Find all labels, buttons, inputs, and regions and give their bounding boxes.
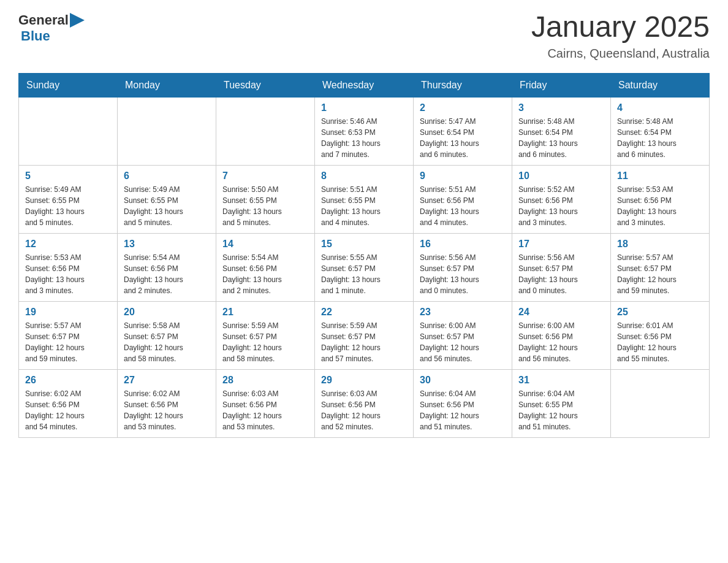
calendar-cell: 20Sunrise: 5:58 AM Sunset: 6:57 PM Dayli… xyxy=(118,302,216,370)
calendar-cell: 26Sunrise: 6:02 AM Sunset: 6:56 PM Dayli… xyxy=(19,370,118,438)
day-info: Sunrise: 5:50 AM Sunset: 6:55 PM Dayligh… xyxy=(222,184,308,228)
day-info: Sunrise: 6:01 AM Sunset: 6:56 PM Dayligh… xyxy=(617,320,703,364)
calendar-cell: 22Sunrise: 5:59 AM Sunset: 6:57 PM Dayli… xyxy=(315,302,414,370)
day-of-week-header: Tuesday xyxy=(216,74,315,98)
day-number: 13 xyxy=(124,239,210,250)
day-info: Sunrise: 5:48 AM Sunset: 6:54 PM Dayligh… xyxy=(617,116,703,160)
calendar-cell: 18Sunrise: 5:57 AM Sunset: 6:57 PM Dayli… xyxy=(611,234,710,302)
calendar-cell: 5Sunrise: 5:49 AM Sunset: 6:55 PM Daylig… xyxy=(19,166,118,234)
calendar-cell: 12Sunrise: 5:53 AM Sunset: 6:56 PM Dayli… xyxy=(19,234,118,302)
day-number: 30 xyxy=(420,375,506,386)
day-number: 24 xyxy=(518,307,604,318)
day-number: 23 xyxy=(420,307,506,318)
calendar-cell: 8Sunrise: 5:51 AM Sunset: 6:55 PM Daylig… xyxy=(315,166,414,234)
calendar-cell: 2Sunrise: 5:47 AM Sunset: 6:54 PM Daylig… xyxy=(414,98,512,166)
day-info: Sunrise: 6:03 AM Sunset: 6:56 PM Dayligh… xyxy=(222,388,308,432)
calendar-cell: 29Sunrise: 6:03 AM Sunset: 6:56 PM Dayli… xyxy=(315,370,414,438)
calendar-cell: 28Sunrise: 6:03 AM Sunset: 6:56 PM Dayli… xyxy=(216,370,315,438)
calendar-body: 1Sunrise: 5:46 AM Sunset: 6:53 PM Daylig… xyxy=(19,98,710,438)
day-info: Sunrise: 5:48 AM Sunset: 6:54 PM Dayligh… xyxy=(518,116,604,160)
day-info: Sunrise: 5:51 AM Sunset: 6:56 PM Dayligh… xyxy=(420,184,506,228)
day-info: Sunrise: 5:59 AM Sunset: 6:57 PM Dayligh… xyxy=(222,320,308,364)
day-number: 2 xyxy=(420,102,506,113)
calendar-cell: 24Sunrise: 6:00 AM Sunset: 6:56 PM Dayli… xyxy=(512,302,611,370)
day-number: 20 xyxy=(124,307,210,318)
day-info: Sunrise: 5:54 AM Sunset: 6:56 PM Dayligh… xyxy=(222,252,308,296)
calendar-cell: 1Sunrise: 5:46 AM Sunset: 6:53 PM Daylig… xyxy=(315,98,414,166)
calendar-week-row: 1Sunrise: 5:46 AM Sunset: 6:53 PM Daylig… xyxy=(19,98,710,166)
day-info: Sunrise: 5:46 AM Sunset: 6:53 PM Dayligh… xyxy=(321,116,407,160)
day-info: Sunrise: 6:00 AM Sunset: 6:57 PM Dayligh… xyxy=(420,320,506,364)
calendar-cell: 7Sunrise: 5:50 AM Sunset: 6:55 PM Daylig… xyxy=(216,166,315,234)
day-info: Sunrise: 5:47 AM Sunset: 6:54 PM Dayligh… xyxy=(420,116,506,160)
calendar-table: SundayMondayTuesdayWednesdayThursdayFrid… xyxy=(18,73,710,438)
calendar-week-row: 5Sunrise: 5:49 AM Sunset: 6:55 PM Daylig… xyxy=(19,166,710,234)
calendar-cell: 14Sunrise: 5:54 AM Sunset: 6:56 PM Dayli… xyxy=(216,234,315,302)
calendar-cell: 10Sunrise: 5:52 AM Sunset: 6:56 PM Dayli… xyxy=(512,166,611,234)
day-number: 9 xyxy=(420,170,506,182)
calendar-week-row: 12Sunrise: 5:53 AM Sunset: 6:56 PM Dayli… xyxy=(19,234,710,302)
day-info: Sunrise: 5:52 AM Sunset: 6:56 PM Dayligh… xyxy=(518,184,604,228)
day-info: Sunrise: 6:02 AM Sunset: 6:56 PM Dayligh… xyxy=(124,388,210,432)
day-number: 12 xyxy=(25,239,111,250)
day-number: 4 xyxy=(617,102,703,113)
calendar-cell: 9Sunrise: 5:51 AM Sunset: 6:56 PM Daylig… xyxy=(414,166,512,234)
day-number: 29 xyxy=(321,375,407,386)
title-section: January 2025 Cairns, Queensland, Austral… xyxy=(531,12,710,61)
calendar-cell: 19Sunrise: 5:57 AM Sunset: 6:57 PM Dayli… xyxy=(19,302,118,370)
calendar-cell: 3Sunrise: 5:48 AM Sunset: 6:54 PM Daylig… xyxy=(512,98,611,166)
day-number: 25 xyxy=(617,307,703,318)
calendar-cell: 15Sunrise: 5:55 AM Sunset: 6:57 PM Dayli… xyxy=(315,234,414,302)
day-number: 6 xyxy=(124,170,210,182)
day-info: Sunrise: 5:54 AM Sunset: 6:56 PM Dayligh… xyxy=(124,252,210,296)
calendar-cell xyxy=(19,98,118,166)
day-number: 31 xyxy=(518,375,604,386)
day-info: Sunrise: 5:55 AM Sunset: 6:57 PM Dayligh… xyxy=(321,252,407,296)
day-info: Sunrise: 6:04 AM Sunset: 6:55 PM Dayligh… xyxy=(518,388,604,432)
day-of-week-header: Wednesday xyxy=(315,74,414,98)
day-number: 16 xyxy=(420,239,506,250)
day-number: 18 xyxy=(617,239,703,250)
day-number: 11 xyxy=(617,170,703,182)
logo-arrow-icon xyxy=(70,13,85,28)
day-info: Sunrise: 6:00 AM Sunset: 6:56 PM Dayligh… xyxy=(518,320,604,364)
day-info: Sunrise: 5:49 AM Sunset: 6:55 PM Dayligh… xyxy=(124,184,210,228)
location: Cairns, Queensland, Australia xyxy=(531,47,710,61)
calendar-cell: 17Sunrise: 5:56 AM Sunset: 6:57 PM Dayli… xyxy=(512,234,611,302)
calendar-header: SundayMondayTuesdayWednesdayThursdayFrid… xyxy=(19,74,710,98)
day-info: Sunrise: 5:57 AM Sunset: 6:57 PM Dayligh… xyxy=(25,320,111,364)
day-info: Sunrise: 5:51 AM Sunset: 6:55 PM Dayligh… xyxy=(321,184,407,228)
calendar-cell xyxy=(611,370,710,438)
day-info: Sunrise: 5:59 AM Sunset: 6:57 PM Dayligh… xyxy=(321,320,407,364)
calendar-cell: 31Sunrise: 6:04 AM Sunset: 6:55 PM Dayli… xyxy=(512,370,611,438)
days-of-week-row: SundayMondayTuesdayWednesdayThursdayFrid… xyxy=(19,74,710,98)
logo-text-blue: Blue xyxy=(21,28,50,44)
month-title: January 2025 xyxy=(531,12,710,42)
day-of-week-header: Thursday xyxy=(414,74,512,98)
day-info: Sunrise: 6:02 AM Sunset: 6:56 PM Dayligh… xyxy=(25,388,111,432)
calendar-cell: 25Sunrise: 6:01 AM Sunset: 6:56 PM Dayli… xyxy=(611,302,710,370)
calendar-cell: 13Sunrise: 5:54 AM Sunset: 6:56 PM Dayli… xyxy=(118,234,216,302)
day-info: Sunrise: 5:53 AM Sunset: 6:56 PM Dayligh… xyxy=(617,184,703,228)
day-number: 8 xyxy=(321,170,407,182)
day-number: 14 xyxy=(222,239,308,250)
day-number: 17 xyxy=(518,239,604,250)
calendar-cell: 16Sunrise: 5:56 AM Sunset: 6:57 PM Dayli… xyxy=(414,234,512,302)
calendar-cell: 4Sunrise: 5:48 AM Sunset: 6:54 PM Daylig… xyxy=(611,98,710,166)
calendar-cell: 21Sunrise: 5:59 AM Sunset: 6:57 PM Dayli… xyxy=(216,302,315,370)
day-info: Sunrise: 6:04 AM Sunset: 6:56 PM Dayligh… xyxy=(420,388,506,432)
day-number: 22 xyxy=(321,307,407,318)
day-number: 26 xyxy=(25,375,111,386)
calendar-cell xyxy=(216,98,315,166)
calendar-week-row: 19Sunrise: 5:57 AM Sunset: 6:57 PM Dayli… xyxy=(19,302,710,370)
calendar-cell: 6Sunrise: 5:49 AM Sunset: 6:55 PM Daylig… xyxy=(118,166,216,234)
day-of-week-header: Sunday xyxy=(19,74,118,98)
calendar-cell xyxy=(118,98,216,166)
page-header: General Blue January 2025 Cairns, Queens… xyxy=(18,12,710,61)
day-info: Sunrise: 5:57 AM Sunset: 6:57 PM Dayligh… xyxy=(617,252,703,296)
day-of-week-header: Friday xyxy=(512,74,611,98)
day-of-week-header: Monday xyxy=(118,74,216,98)
day-number: 10 xyxy=(518,170,604,182)
calendar-cell: 11Sunrise: 5:53 AM Sunset: 6:56 PM Dayli… xyxy=(611,166,710,234)
day-number: 5 xyxy=(25,170,111,182)
